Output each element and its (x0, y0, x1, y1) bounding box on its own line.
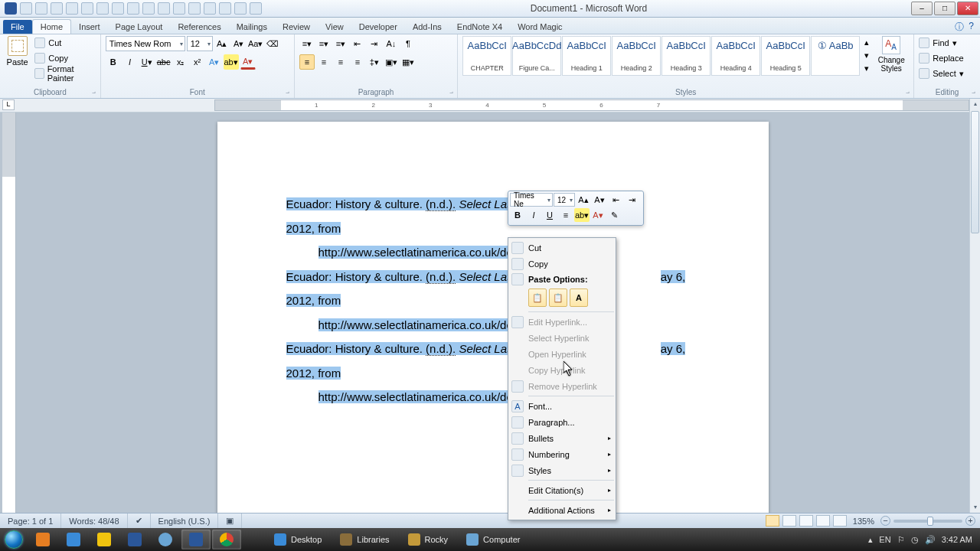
line-spacing-button[interactable]: ‡▾ (367, 54, 382, 70)
tab-page-layout[interactable]: Page Layout (108, 20, 171, 34)
mini-font-combo[interactable]: Times Ne (510, 193, 553, 207)
ctx-font[interactable]: AFont... (508, 398, 616, 414)
superscript-button[interactable]: x² (190, 54, 205, 70)
style-gallery-item[interactable]: AaBbCcIHeading 4 (711, 36, 760, 76)
mini-align-center[interactable]: ≡ (558, 208, 573, 222)
styles-scroll-down[interactable]: ▾ (861, 49, 872, 61)
font-color-button[interactable]: A▾ (240, 54, 256, 70)
taskbar-chrome[interactable] (212, 530, 241, 549)
sort-button[interactable]: A↓ (384, 36, 399, 51)
qat-icon[interactable] (188, 2, 201, 15)
zoom-slider[interactable] (893, 520, 962, 523)
tab-file[interactable]: File (3, 20, 32, 34)
qat-icon[interactable] (66, 2, 78, 15)
taskbar-desktop[interactable]: Desktop (265, 533, 331, 546)
clear-formatting-button[interactable]: ⌫ (265, 36, 280, 51)
taskbar-ie[interactable] (59, 530, 88, 549)
paste-text-only[interactable]: A (570, 289, 588, 307)
style-gallery-item[interactable]: AaBbCcIHeading 3 (662, 36, 710, 76)
highlight-button[interactable]: ab▾ (224, 54, 239, 70)
paste-keep-formatting[interactable]: 📋 (528, 289, 547, 307)
view-draft[interactable] (833, 515, 847, 527)
paste-merge-formatting[interactable]: 📋 (549, 289, 567, 307)
mini-size-combo[interactable]: 12 (554, 193, 575, 207)
styles-scroll-up[interactable]: ▴ (861, 36, 872, 48)
italic-button[interactable]: I (122, 54, 138, 70)
select-button[interactable]: Select ▾ (919, 67, 964, 80)
help-icon[interactable]: ? (969, 21, 974, 34)
style-gallery-item[interactable]: AaBbCcIHeading 5 (761, 36, 810, 76)
tab-addins[interactable]: Add-Ins (405, 20, 449, 34)
ctx-edit-citations[interactable]: Edit Citation(s)▸ (508, 482, 616, 498)
status-macro[interactable]: ▣ (218, 514, 242, 528)
tab-wordmagic[interactable]: Word Magic (510, 20, 570, 34)
horizontal-ruler[interactable]: 1234567 (214, 99, 969, 111)
qat-redo-icon[interactable] (51, 2, 63, 15)
zoom-out[interactable]: − (880, 516, 890, 526)
mini-font-color[interactable]: A▾ (590, 208, 606, 222)
vertical-ruler[interactable] (2, 112, 16, 513)
taskbar-app[interactable] (151, 530, 180, 549)
vertical-scrollbar[interactable]: ▴ ▾ (969, 99, 980, 513)
mini-increase-indent[interactable]: ⇥ (624, 193, 639, 207)
ctx-styles[interactable]: Styles▸ (508, 462, 616, 478)
bold-button[interactable]: B (106, 54, 121, 70)
mini-highlight[interactable]: ab▾ (574, 208, 590, 222)
close-button[interactable]: ✕ (957, 2, 978, 15)
cut-button[interactable]: Cut (34, 36, 95, 50)
status-page[interactable]: Page: 1 of 1 (0, 514, 61, 528)
decrease-indent-button[interactable]: ⇤ (350, 36, 365, 51)
tray-show-hidden[interactable]: ▴ (868, 535, 873, 545)
ctx-numbering[interactable]: Numbering▸ (508, 446, 616, 462)
tray-network-icon[interactable]: ◷ (911, 535, 919, 545)
qat-undo-icon[interactable] (35, 2, 47, 15)
style-gallery-item[interactable]: AaBbCcDdFigure Ca... (512, 36, 561, 76)
zoom-in[interactable]: + (965, 516, 975, 526)
justify-button[interactable]: ≡ (350, 54, 365, 70)
underline-button[interactable]: U▾ (139, 54, 155, 70)
scroll-thumb[interactable] (971, 111, 979, 233)
tab-endnote[interactable]: EndNote X4 (449, 20, 510, 34)
text-effects-button[interactable]: A▾ (207, 54, 222, 70)
change-styles-button[interactable]: AA Change Styles (874, 36, 909, 73)
status-words[interactable]: Words: 48/48 (61, 514, 127, 528)
shrink-font-button[interactable]: A▾ (231, 36, 247, 51)
font-size-combo[interactable]: 12 (187, 36, 213, 51)
status-language[interactable]: English (U.S.) (151, 514, 219, 528)
style-gallery-item[interactable]: AaBbCcIHeading 1 (562, 36, 611, 76)
qat-save-icon[interactable] (20, 2, 32, 15)
view-outline[interactable] (816, 515, 830, 527)
ctx-paragraph[interactable]: Paragraph... (508, 414, 616, 430)
font-name-combo[interactable]: Times New Rom (106, 36, 185, 51)
zoom-level[interactable]: 135% (853, 517, 874, 526)
align-right-button[interactable]: ≡ (333, 54, 348, 70)
view-web-layout[interactable] (799, 515, 813, 527)
taskbar-word[interactable] (181, 530, 211, 549)
start-button[interactable] (0, 528, 28, 551)
change-case-button[interactable]: Aa▾ (248, 36, 263, 51)
scroll-up-arrow[interactable]: ▴ (970, 99, 980, 109)
mini-decrease-indent[interactable]: ⇤ (608, 193, 623, 207)
mini-format-painter[interactable]: ✎ (606, 208, 622, 222)
subscript-button[interactable]: x₂ (173, 54, 188, 70)
maximize-button[interactable]: □ (934, 2, 956, 15)
mini-underline[interactable]: U (542, 208, 557, 222)
style-gallery-item[interactable]: AaBbCcICHAPTER (462, 36, 511, 76)
minimize-button[interactable]: – (911, 2, 933, 15)
tab-review[interactable]: Review (275, 20, 318, 34)
taskbar-explorer[interactable] (90, 530, 119, 549)
tray-clock[interactable]: 3:42 AM (942, 535, 972, 544)
status-proof[interactable]: ✔ (128, 514, 151, 528)
tab-developer[interactable]: Developer (351, 20, 405, 34)
mini-italic[interactable]: I (526, 208, 541, 222)
ctx-copy[interactable]: Copy (508, 256, 616, 272)
shading-button[interactable]: ▣▾ (384, 54, 399, 70)
numbering-button[interactable]: ≡▾ (316, 36, 332, 51)
align-center-button[interactable]: ≡ (316, 54, 332, 70)
qat-icon[interactable] (219, 2, 231, 15)
taskbar-app[interactable] (120, 530, 149, 549)
scroll-down-arrow[interactable]: ▾ (970, 502, 980, 513)
view-print-layout[interactable] (766, 515, 779, 527)
replace-button[interactable]: Replace (919, 51, 964, 65)
document-page[interactable]: Ecuador: History & culture. (n.d.). Sele… (217, 122, 769, 513)
